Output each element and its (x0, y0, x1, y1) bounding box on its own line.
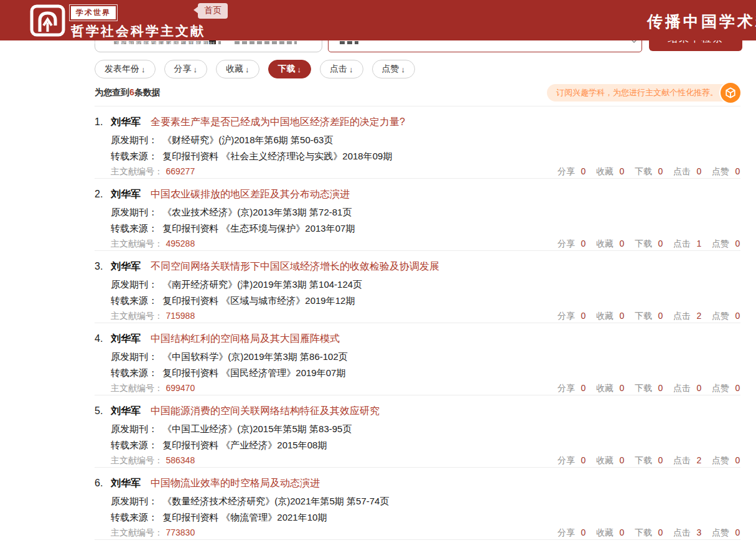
sort-pill-like[interactable]: 点赞↓ (372, 60, 416, 78)
clipped-text-fragment (235, 41, 297, 44)
result-stats: 分享0 收藏0 下载0 点击0 点赞0 (558, 381, 740, 395)
reprint-source-value: 复印报刊资料 《社会主义经济理论与实践》2018年09期 (162, 151, 392, 161)
result-title-link[interactable]: 全要素生产率是否已经成为中国地区经济差距的决定力量? (151, 115, 405, 129)
document-id: 主文献编号： 715988 (111, 309, 195, 323)
stat-like-value: 0 (735, 381, 740, 395)
sort-pill-collect[interactable]: 收藏↓ (216, 60, 259, 78)
sort-pill-year[interactable]: 发表年份↓ (95, 60, 156, 78)
stat-like-value: 0 (735, 453, 740, 467)
document-id-value: 586348 (166, 455, 195, 465)
site-logo[interactable]: 学术世界 哲学社会科学主文献 PHILOSOPHY AND SOCIAL SCI… (30, 4, 216, 45)
result-author[interactable]: 刘华军 (111, 476, 141, 490)
document-id-value: 699470 (166, 383, 195, 393)
result-item: 3. 刘华军 不同空间网络关联情形下中国区域经济增长的收敛检验及协调发展 原发期… (95, 251, 740, 323)
site-logo-icon (30, 4, 65, 37)
stat-collect-value: 0 (619, 453, 625, 467)
document-id-label: 主文献编号： (111, 239, 163, 248)
result-author[interactable]: 刘华军 (111, 187, 141, 201)
result-title-link[interactable]: 不同空间网络关联情形下中国区域经济增长的收敛检验及协调发展 (151, 260, 439, 273)
sort-pill-click[interactable]: 点击↓ (320, 60, 363, 78)
sort-desc-icon: ↓ (141, 65, 146, 74)
stat-like-value: 0 (735, 309, 740, 323)
document-id: 主文献编号： 586348 (111, 453, 195, 467)
stat-share-value: 0 (581, 237, 586, 250)
result-title-link[interactable]: 中国物流业效率的时空格局及动态演进 (151, 476, 320, 490)
result-item: 2. 刘华军 中国农业碳排放的地区差距及其分布动态演进 原发期刊： 《农业技术经… (95, 179, 740, 251)
result-author[interactable]: 刘华军 (111, 404, 141, 418)
stat-share-label: 分享 (558, 381, 575, 395)
result-author[interactable]: 刘华军 (111, 115, 141, 129)
stat-collect-value: 0 (619, 526, 625, 539)
reprint-source-value: 复印报刊资料 《产业经济》2015年08期 (162, 440, 327, 450)
result-author[interactable]: 刘华军 (111, 332, 141, 346)
original-journal-label: 原发期刊： (111, 279, 157, 290)
stat-download-label: 下载 (635, 237, 652, 250)
stat-share-value: 0 (581, 164, 586, 178)
stat-click-label: 点击 (673, 164, 691, 178)
stat-download-value: 0 (658, 526, 663, 539)
stat-share-label: 分享 (558, 309, 575, 323)
original-journal-label: 原发期刊： (111, 135, 157, 145)
sort-desc-icon: ↓ (401, 65, 406, 74)
document-id-value: 715988 (166, 311, 195, 321)
result-item: 6. 刘华军 中国物流业效率的时空格局及动态演进 原发期刊： 《数量经济技术经济… (95, 468, 740, 540)
stat-collect-value: 0 (619, 164, 625, 178)
stat-share-value: 0 (581, 309, 586, 323)
reprint-source-value: 复印报刊资料 《物流管理》2021年10期 (162, 512, 327, 522)
stat-collect-value: 0 (619, 237, 625, 250)
result-item: 4. 刘华军 中国结构红利的空间格局及其大国雁阵模式 原发期刊： 《中国软科学》… (95, 323, 740, 395)
reprint-source-label: 转载来源： (111, 367, 157, 378)
reprint-source-label: 转载来源： (111, 151, 157, 161)
stat-like-value: 0 (735, 237, 740, 250)
sort-pill-share[interactable]: 分享↓ (164, 60, 208, 78)
stat-like-value: 0 (735, 164, 740, 178)
site-badge: 学术世界 (71, 6, 116, 19)
stat-like-label: 点赞 (712, 237, 729, 250)
reprint-source-value: 复印报刊资料 《生态环境与保护》2013年07期 (162, 223, 355, 234)
original-journal-value: 《南开经济研究》(津)2019年第3期 第104-124页 (162, 279, 362, 290)
sort-pill-label: 下载 (278, 64, 296, 75)
original-journal-label: 原发期刊： (111, 496, 157, 506)
stat-like-label: 点赞 (712, 526, 729, 539)
document-id-label: 主文献编号： (111, 455, 163, 465)
stat-like-label: 点赞 (712, 453, 729, 467)
reprint-source-label: 转载来源： (111, 295, 157, 306)
document-id-value: 773830 (166, 527, 195, 537)
tab-home[interactable]: 首页 (198, 3, 228, 19)
reprint-source-label: 转载来源： (111, 440, 157, 450)
stat-download-value: 0 (658, 164, 663, 178)
original-journal-label: 原发期刊： (111, 207, 157, 217)
result-stats: 分享0 收藏0 下载0 点击1 点赞0 (558, 237, 740, 250)
stat-click-value: 2 (696, 453, 702, 467)
document-id: 主文献编号： 699470 (111, 381, 195, 395)
result-title-link[interactable]: 中国能源消费的空间关联网络结构特征及其效应研究 (151, 404, 380, 418)
stat-share-label: 分享 (558, 526, 575, 539)
stat-collect-label: 收藏 (596, 453, 614, 467)
result-count-suffix: 条数据 (134, 87, 161, 97)
stat-share-label: 分享 (558, 453, 575, 467)
stat-like-value: 0 (735, 526, 740, 539)
result-index: 2. (95, 187, 111, 201)
result-index: 6. (95, 476, 111, 490)
result-title-link[interactable]: 中国结构红利的空间格局及其大国雁阵模式 (151, 332, 340, 346)
stat-download-value: 0 (658, 381, 663, 395)
site-title: 哲学社会科学主文献 (71, 22, 216, 40)
result-author[interactable]: 刘华军 (111, 260, 141, 273)
sort-pill-download[interactable]: 下载↓ (268, 60, 312, 78)
stat-share-label: 分享 (558, 237, 575, 250)
recommend-icon[interactable] (721, 83, 740, 103)
stat-download-label: 下载 (635, 453, 652, 467)
page: 学术世界 哲学社会科学主文献 PHILOSOPHY AND SOCIAL SCI… (0, 0, 756, 548)
result-title-link[interactable]: 中国农业碳排放的地区差距及其分布动态演进 (151, 187, 350, 201)
sort-pill-label: 点击 (330, 64, 347, 75)
stat-download-label: 下载 (635, 381, 652, 395)
stat-collect-label: 收藏 (596, 381, 614, 395)
result-count-text: 为您查到6条数据 (95, 87, 161, 98)
original-journal-value: 《中国软科学》(京)2019年第3期 第86-102页 (162, 351, 348, 362)
document-id-label: 主文献编号： (111, 311, 163, 321)
stat-download-label: 下载 (635, 526, 652, 539)
recommend-notice[interactable]: 订阅兴趣学科，为您进行主文献个性化推荐。 (547, 83, 740, 103)
stat-click-label: 点击 (673, 237, 691, 250)
stat-collect-label: 收藏 (596, 237, 614, 250)
sort-pill-label: 收藏 (226, 64, 243, 75)
